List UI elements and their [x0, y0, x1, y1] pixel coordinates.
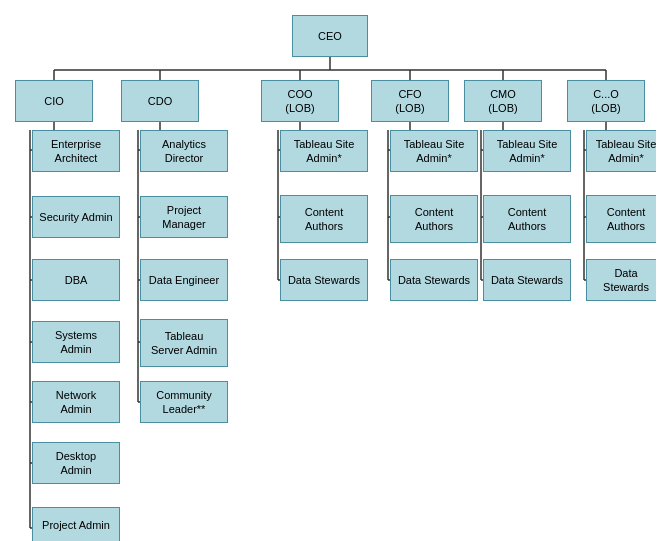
data-stewards-cmo-node: Data Stewards — [483, 259, 571, 301]
coo-node: COO (LOB) — [261, 80, 339, 122]
content-authors-coo-node: Content Authors — [280, 195, 368, 243]
cdo-node: CDO — [121, 80, 199, 122]
content-authors-cmo-node: Content Authors — [483, 195, 571, 243]
content-authors-cfo-node: Content Authors — [390, 195, 478, 243]
tableau-site-admin-cfo-node: Tableau Site Admin* — [390, 130, 478, 172]
tableau-server-admin-node: Tableau Server Admin — [140, 319, 228, 367]
ceo-node: CEO — [292, 15, 368, 57]
security-admin-node: Security Admin — [32, 196, 120, 238]
dba-node: DBA — [32, 259, 120, 301]
data-engineer-node: Data Engineer — [140, 259, 228, 301]
systems-admin-node: Systems Admin — [32, 321, 120, 363]
tableau-site-admin-coo-node: Tableau Site Admin* — [280, 130, 368, 172]
data-stewards-coo-node: Data Stewards — [280, 259, 368, 301]
org-chart: CEO CIO CDO COO (LOB) CFO (LOB) CMO (LOB… — [10, 10, 656, 541]
data-stewards-cfo-node: Data Stewards — [390, 259, 478, 301]
network-admin-node: Network Admin — [32, 381, 120, 423]
content-authors-co-node: Content Authors — [586, 195, 656, 243]
project-manager-node: Project Manager — [140, 196, 228, 238]
cfo-node: CFO (LOB) — [371, 80, 449, 122]
community-leader-node: Community Leader** — [140, 381, 228, 423]
cio-node: CIO — [15, 80, 93, 122]
co-node: C...O (LOB) — [567, 80, 645, 122]
project-admin-node: Project Admin — [32, 507, 120, 541]
cmo-node: CMO (LOB) — [464, 80, 542, 122]
tableau-site-admin-co-node: Tableau Site Admin* — [586, 130, 656, 172]
data-stewards-co-node: Data Stewards — [586, 259, 656, 301]
enterprise-architect-node: Enterprise Architect — [32, 130, 120, 172]
analytics-director-node: Analytics Director — [140, 130, 228, 172]
desktop-admin-node: Desktop Admin — [32, 442, 120, 484]
tableau-site-admin-cmo-node: Tableau Site Admin* — [483, 130, 571, 172]
